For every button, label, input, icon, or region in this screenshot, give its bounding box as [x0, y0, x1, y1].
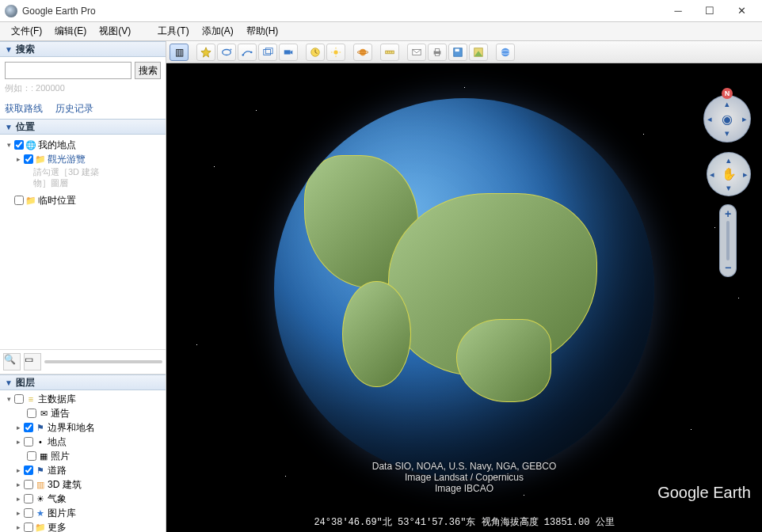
pan-right-icon[interactable]: ▸ [743, 169, 748, 180]
label-my-places: 我的地点 [38, 139, 76, 152]
view-in-maps-button[interactable] [469, 44, 488, 61]
collapse-icon: ▼ [5, 378, 13, 387]
sidebar-toggle-button[interactable]: ▥ [170, 44, 189, 61]
polygon-button[interactable]: + [217, 44, 236, 61]
layer-more[interactable]: ▸ 📁 更多 [2, 520, 164, 532]
folder-icon: 📁 [25, 195, 36, 206]
menu-tools[interactable]: 工具(T) [151, 23, 195, 40]
map-viewport[interactable]: ▥ + [166, 41, 762, 532]
expand-icon[interactable]: ▾ [5, 141, 13, 149]
mail-icon: ✉ [38, 408, 49, 419]
svg-rect-4 [264, 49, 271, 55]
zoom-slider[interactable] [720, 221, 736, 260]
zoom-in-button[interactable]: + [720, 207, 736, 221]
sunlight-button[interactable] [326, 44, 345, 61]
svg-point-2 [242, 54, 244, 56]
star-icon: ★ [35, 507, 46, 519]
email-button[interactable] [407, 44, 426, 61]
layer-weather[interactable]: ▸ ☀ 气象 [2, 492, 164, 506]
search-panel-header[interactable]: ▼ 搜索 [0, 41, 166, 57]
checkbox-temp[interactable] [14, 196, 24, 205]
checkbox-sightseeing[interactable] [24, 154, 33, 164]
menubar: 文件(F) 编辑(E) 视图(V) 工具(T) 添加(A) 帮助(H) [0, 22, 762, 41]
history-button[interactable] [306, 44, 325, 61]
nav-zoom[interactable]: + − [719, 204, 737, 277]
layer-places[interactable]: ▸ • 地点 [2, 435, 164, 449]
layer-announce[interactable]: ✉ 通告 [2, 406, 164, 420]
tree-row-my-places[interactable]: ▾ 🌐 我的地点 [2, 138, 164, 152]
layer-photos[interactable]: ▦ 照片 [2, 449, 164, 463]
globe-view-button[interactable] [496, 44, 515, 61]
path-button[interactable] [238, 44, 257, 61]
label-sightseeing: 觀光游覽 [48, 153, 86, 166]
layer-borders[interactable]: ▸ ⚑ 边界和地名 [2, 420, 164, 435]
zoom-out-button[interactable]: − [720, 260, 736, 275]
pan-up-icon[interactable]: ▴ [726, 155, 731, 165]
print-button[interactable] [428, 44, 447, 61]
google-earth-watermark: Google Earth [657, 484, 751, 502]
search-input[interactable] [5, 62, 131, 79]
label-temp: 临时位置 [38, 194, 76, 207]
main-toolbar: ▥ + [166, 41, 762, 63]
ruler-button[interactable] [380, 44, 399, 61]
earth-icon: 🌐 [25, 139, 36, 150]
save-image-button[interactable] [448, 44, 467, 61]
pan-left-icon[interactable]: ◂ [710, 169, 714, 180]
nav-pan[interactable]: ▴ ▾ ◂ ▸ ✋ [707, 152, 751, 196]
look-up-icon[interactable]: ▴ [725, 99, 730, 109]
history-link[interactable]: 历史记录 [55, 102, 93, 116]
places-panel-header[interactable]: ▼ 位置 [0, 119, 166, 135]
layers-panel-header[interactable]: ▼ 图层 [0, 374, 166, 390]
svg-rect-22 [435, 53, 439, 55]
places-toolbar: 🔍 ▭ [0, 349, 166, 374]
menu-help[interactable]: 帮助(H) [240, 23, 285, 40]
eye-icon: ◉ [722, 112, 733, 127]
layer-gallery[interactable]: ▸ ★ 图片库 [2, 506, 164, 520]
menu-edit[interactable]: 编辑(E) [48, 23, 93, 40]
pan-down-icon[interactable]: ▾ [726, 183, 731, 193]
building-icon: ▥ [35, 479, 46, 490]
expand-icon[interactable]: ▾ [5, 395, 13, 403]
opacity-slider[interactable] [44, 353, 162, 370]
checkbox-my-places[interactable] [14, 140, 24, 150]
svg-rect-24 [455, 48, 459, 51]
search-hint: 例如：: 200000 [5, 82, 161, 94]
database-icon: ≡ [25, 393, 36, 405]
look-down-icon[interactable]: ▾ [725, 128, 730, 139]
north-indicator[interactable]: N [722, 88, 733, 99]
layer-main-db[interactable]: ▾ ≡ 主数据库 [2, 392, 164, 406]
app-icon [5, 5, 17, 17]
close-button[interactable]: ✕ [726, 2, 757, 21]
minimize-button[interactable]: ─ [662, 2, 694, 21]
placemark-button[interactable] [196, 44, 215, 61]
nav-compass[interactable]: N ▴ ▾ ◂ ▸ ◉ [703, 95, 751, 142]
search-button[interactable]: 搜索 [135, 62, 161, 79]
overlay-button[interactable] [258, 44, 277, 61]
earth-globe[interactable] [274, 98, 654, 478]
map-canvas[interactable]: N ▴ ▾ ◂ ▸ ◉ ▴ ▾ ◂ ▸ ✋ + − Data SIO, NOAA… [166, 63, 762, 532]
view-button[interactable]: ▭ [24, 353, 41, 370]
menu-view[interactable]: 视图(V) [93, 23, 137, 40]
layer-3d[interactable]: ▸ ▥ 3D 建筑 [2, 477, 164, 492]
svg-point-26 [501, 48, 510, 56]
look-left-icon[interactable]: ◂ [707, 114, 712, 124]
menu-file[interactable]: 文件(F) [5, 23, 48, 40]
record-tour-button[interactable] [279, 44, 298, 61]
get-directions-link[interactable]: 获取路线 [5, 102, 43, 116]
look-right-icon[interactable]: ▸ [742, 114, 747, 124]
menu-add[interactable]: 添加(A) [196, 23, 240, 40]
titlebar: Google Earth Pro ─ ☐ ✕ [0, 0, 762, 22]
search-panel-title: 搜索 [16, 43, 35, 56]
window-title: Google Earth Pro [22, 6, 662, 17]
tree-row-sightseeing[interactable]: ▸ 📁 觀光游覽 [2, 152, 164, 166]
expand-icon[interactable]: ▸ [14, 155, 22, 163]
tree-row-temp[interactable]: 📁 临时位置 [2, 193, 164, 207]
checkbox[interactable] [14, 394, 24, 404]
search-places-button[interactable]: 🔍 [3, 353, 21, 370]
attribution-text: Data SIO, NOAA, U.S. Navy, NGA, GEBCO Im… [372, 461, 557, 494]
flag-icon: ⚑ [35, 465, 46, 476]
maximize-button[interactable]: ☐ [694, 2, 726, 21]
planet-button[interactable] [353, 44, 372, 61]
layer-roads[interactable]: ▸ ⚑ 道路 [2, 463, 164, 477]
sightseeing-hint2: 物］圖層 [2, 177, 164, 188]
